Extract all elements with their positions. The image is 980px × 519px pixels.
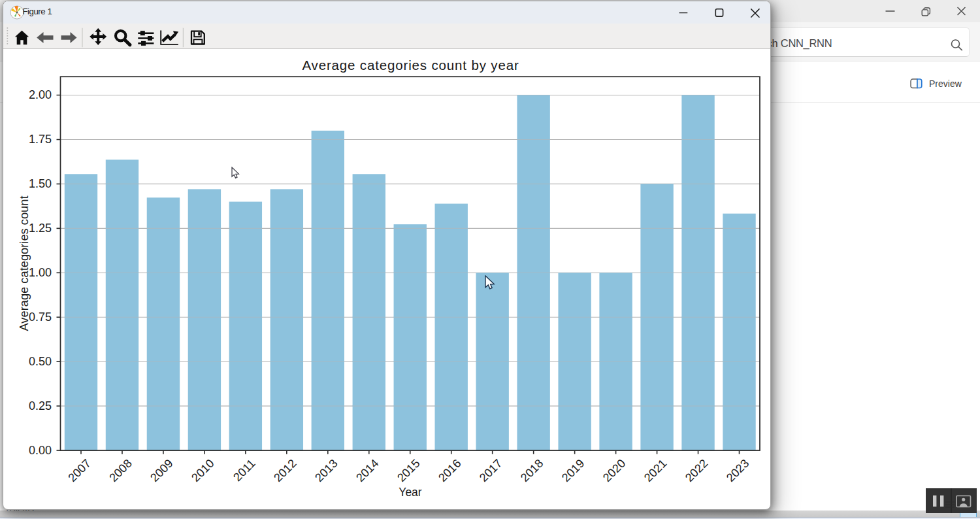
svg-text:2013: 2013 [312, 456, 340, 484]
svg-text:2017: 2017 [477, 456, 504, 484]
svg-text:2010: 2010 [189, 456, 216, 484]
svg-text:1.25: 1.25 [28, 221, 51, 234]
svg-text:2019: 2019 [559, 456, 586, 484]
svg-text:2021: 2021 [641, 456, 668, 484]
svg-text:2022: 2022 [682, 456, 710, 484]
svg-text:2009: 2009 [148, 456, 175, 484]
svg-text:0.50: 0.50 [28, 354, 51, 367]
svg-text:Average categories count: Average categories count [17, 195, 31, 331]
svg-text:0.25: 0.25 [28, 399, 51, 412]
svg-text:2016: 2016 [436, 456, 463, 484]
svg-text:Average categories count by ye: Average categories count by year [302, 57, 519, 72]
svg-text:2.00: 2.00 [28, 88, 51, 101]
svg-text:1.75: 1.75 [28, 133, 51, 146]
svg-text:2023: 2023 [723, 456, 751, 484]
svg-text:1.00: 1.00 [28, 265, 51, 278]
svg-text:2020: 2020 [600, 456, 627, 484]
svg-text:2012: 2012 [271, 456, 299, 484]
svg-text:2015: 2015 [395, 456, 422, 484]
svg-text:Year: Year [399, 486, 422, 499]
svg-text:2011: 2011 [231, 456, 258, 484]
svg-text:2008: 2008 [106, 456, 134, 484]
svg-text:2018: 2018 [518, 456, 546, 484]
svg-text:1.50: 1.50 [28, 177, 51, 190]
svg-text:2014: 2014 [353, 456, 381, 484]
svg-text:0.75: 0.75 [28, 310, 51, 323]
svg-text:2007: 2007 [65, 456, 93, 484]
svg-text:0.00: 0.00 [28, 443, 51, 456]
